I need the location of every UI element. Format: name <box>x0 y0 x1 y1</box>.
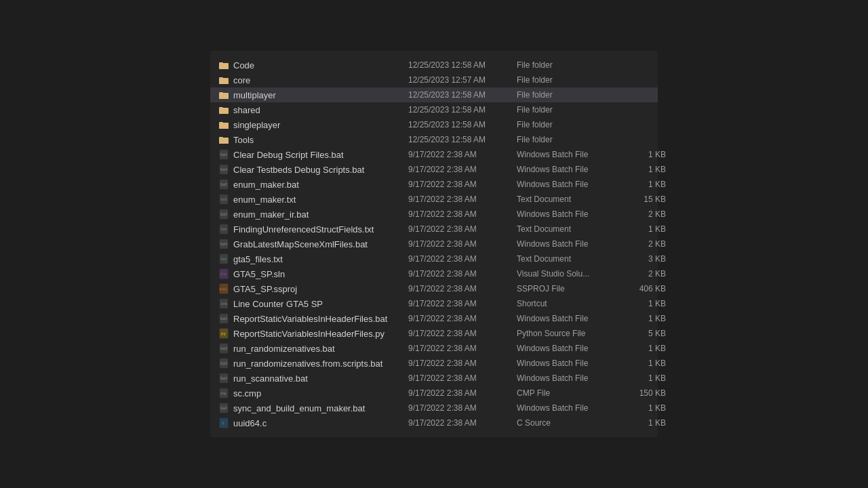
folder-icon <box>218 119 229 130</box>
list-item[interactable]: Code12/25/2023 12:58 AMFile folder <box>210 58 658 73</box>
file-date: 9/17/2022 2:38 AM <box>408 403 517 413</box>
list-item[interactable]: cmp sc.cmp9/17/2022 2:38 AMCMP File150 K… <box>210 386 658 401</box>
svg-rect-7 <box>219 107 223 108</box>
list-item[interactable]: core12/25/2023 12:57 AMFile folder <box>210 73 658 87</box>
list-item[interactable]: Tools12/25/2023 12:58 AMFile folder <box>210 132 658 147</box>
file-size: 5 KB <box>625 329 666 338</box>
list-item[interactable]: py ReportStaticVariablesInHeaderFiles.py… <box>210 326 658 341</box>
svg-text:txt: txt <box>220 257 227 261</box>
list-item[interactable]: shared12/25/2023 12:58 AMFile folder <box>210 102 658 117</box>
file-type: File folder <box>517 120 625 129</box>
file-type: File folder <box>517 105 625 115</box>
svg-text:bat: bat <box>220 405 228 410</box>
file-name-text: run_randomizenatives.bat <box>233 344 335 354</box>
txt-icon: txt <box>218 253 229 264</box>
file-name-cell: bat run_scannative.bat <box>218 373 408 384</box>
svg-text:bat: bat <box>220 346 228 350</box>
list-item[interactable]: txt FindingUnreferencedStructFields.txt9… <box>210 222 658 237</box>
file-size: 2 KB <box>625 209 666 219</box>
file-date: 9/17/2022 2:38 AM <box>408 418 517 428</box>
file-size: 1 KB <box>625 373 666 383</box>
list-item[interactable]: bat run_randomizenatives.bat9/17/2022 2:… <box>210 341 658 356</box>
list-item[interactable]: c uuid64.c9/17/2022 2:38 AMC Source1 KB <box>210 415 658 430</box>
file-date: 9/17/2022 2:38 AM <box>408 299 517 308</box>
file-type: Windows Batch File <box>517 403 625 413</box>
bat-icon: bat <box>218 343 229 354</box>
bat-icon: bat <box>218 239 229 249</box>
file-type: Text Document <box>517 195 625 204</box>
file-name-text: enum_maker_ir.bat <box>233 209 309 220</box>
file-name-cell: singleplayer <box>218 119 408 130</box>
c-icon: c <box>218 418 229 428</box>
file-name-text: Clear Debug Script Files.bat <box>233 150 344 160</box>
file-name-cell: py ReportStaticVariablesInHeaderFiles.py <box>218 328 408 339</box>
file-size: 1 KB <box>625 224 666 234</box>
file-name-cell: bat Clear Testbeds Debug Scripts.bat <box>218 164 408 175</box>
file-size: 2 KB <box>625 269 666 279</box>
file-date: 12/25/2023 12:58 AM <box>408 120 517 129</box>
file-name-cell: bat ReportStaticVariablesInHeaderFiles.b… <box>218 313 408 324</box>
list-item[interactable]: bat run_randomizenatives.from.scripts.ba… <box>210 356 658 371</box>
file-name-cell: shared <box>218 104 408 115</box>
bat-icon: bat <box>218 209 229 220</box>
file-type: C Source <box>517 418 625 428</box>
file-name-text: Tools <box>233 135 254 145</box>
file-type: Windows Batch File <box>517 180 625 189</box>
file-name-cell: bat Clear Debug Script Files.bat <box>218 149 408 160</box>
folder-icon <box>218 75 229 85</box>
list-item[interactable]: proj GTA5_SP.ssproj9/17/2022 2:38 AMSSPR… <box>210 281 658 296</box>
file-size: 406 KB <box>625 284 666 293</box>
file-date: 9/17/2022 2:38 AM <box>408 314 517 323</box>
file-name-text: ReportStaticVariablesInHeaderFiles.py <box>233 329 384 339</box>
list-item[interactable]: multiplayer12/25/2023 12:58 AMFile folde… <box>210 87 658 102</box>
list-item[interactable]: bat enum_maker.bat9/17/2022 2:38 AMWindo… <box>210 177 658 192</box>
cmp-icon: cmp <box>218 388 229 399</box>
file-date: 9/17/2022 2:38 AM <box>408 195 517 204</box>
file-explorer: Code12/25/2023 12:58 AMFile folder core1… <box>210 51 658 437</box>
file-date: 9/17/2022 2:38 AM <box>408 359 517 368</box>
file-size: 1 KB <box>625 403 666 413</box>
file-name-text: singleplayer <box>233 120 280 130</box>
file-type: Text Document <box>517 224 625 234</box>
svg-text:bat: bat <box>220 167 228 171</box>
list-item[interactable]: bat Clear Debug Script Files.bat9/17/202… <box>210 147 658 162</box>
file-name-text: enum_maker.bat <box>233 180 299 190</box>
list-item[interactable]: bat Clear Testbeds Debug Scripts.bat9/17… <box>210 162 658 177</box>
file-type: Windows Batch File <box>517 359 625 368</box>
svg-text:py: py <box>221 331 226 336</box>
svg-text:txt: txt <box>220 227 227 231</box>
list-item[interactable]: bat GrabLatestMapSceneXmlFiles.bat9/17/2… <box>210 237 658 251</box>
file-size: 1 KB <box>625 344 666 353</box>
file-type: CMP File <box>517 388 625 398</box>
list-item[interactable]: bat ReportStaticVariablesInHeaderFiles.b… <box>210 311 658 326</box>
list-item[interactable]: txt gta5_files.txt9/17/2022 2:38 AMText … <box>210 251 658 266</box>
bat-icon: bat <box>218 358 229 369</box>
svg-text:bat: bat <box>220 182 228 186</box>
file-date: 9/17/2022 2:38 AM <box>408 180 517 189</box>
bat-icon: bat <box>218 403 229 413</box>
file-size: 3 KB <box>625 254 666 264</box>
file-name-text: multiplayer <box>233 90 276 100</box>
list-item[interactable]: bat sync_and_build_enum_maker.bat9/17/20… <box>210 401 658 415</box>
file-name-cell: bat GrabLatestMapSceneXmlFiles.bat <box>218 239 408 249</box>
file-type: Windows Batch File <box>517 314 625 323</box>
file-date: 12/25/2023 12:58 AM <box>408 90 517 100</box>
file-date: 12/25/2023 12:58 AM <box>408 105 517 115</box>
file-type: File folder <box>517 135 625 144</box>
file-type: Windows Batch File <box>517 239 625 249</box>
file-type: Visual Studio Solu... <box>517 269 625 279</box>
file-size: 2 KB <box>625 239 666 249</box>
file-size: 15 KB <box>625 195 666 204</box>
file-name-text: ReportStaticVariablesInHeaderFiles.bat <box>233 314 387 324</box>
list-item[interactable]: bat run_scannative.bat9/17/2022 2:38 AMW… <box>210 371 658 386</box>
file-name-cell: txt enum_maker.txt <box>218 194 408 205</box>
list-item[interactable]: bat enum_maker_ir.bat9/17/2022 2:38 AMWi… <box>210 207 658 222</box>
file-name-cell: bat enum_maker_ir.bat <box>218 209 408 220</box>
list-item[interactable]: lnk Line Counter GTA5 SP9/17/2022 2:38 A… <box>210 296 658 311</box>
file-date: 9/17/2022 2:38 AM <box>408 329 517 338</box>
list-item[interactable]: txt enum_maker.txt9/17/2022 2:38 AMText … <box>210 192 658 207</box>
svg-text:proj: proj <box>220 287 227 291</box>
bat-icon: bat <box>218 373 229 384</box>
list-item[interactable]: singleplayer12/25/2023 12:58 AMFile fold… <box>210 117 658 132</box>
list-item[interactable]: sln GTA5_SP.sln9/17/2022 2:38 AMVisual S… <box>210 266 658 281</box>
